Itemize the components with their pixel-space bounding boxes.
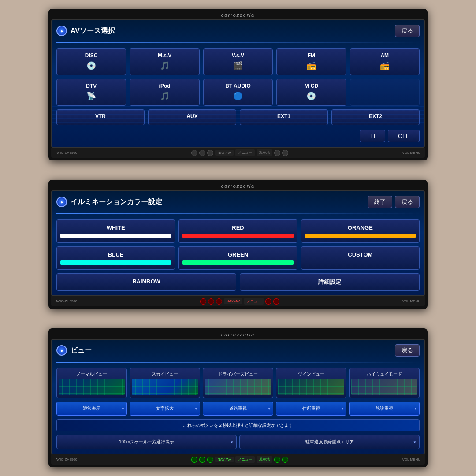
screen-2: ● イルミネーションカラー設定 終了 戻る WHITE RED ORANGE [51, 190, 425, 296]
color-btn-white[interactable]: WHITE [56, 219, 175, 243]
swatch-white [60, 234, 171, 238]
color-btn-orange[interactable]: ORANGE [301, 219, 420, 243]
ctrl-right-2[interactable] [216, 298, 222, 305]
title-underline-3 [56, 362, 420, 363]
color-btn-green[interactable]: GREEN [178, 246, 297, 270]
ctrl-home[interactable] [191, 150, 197, 156]
vol-label-2: VOL MENU [402, 299, 421, 303]
control-bar-2: AVIC-ZH9900 NAVI/AV メニュー VOL MENU [51, 296, 425, 306]
screen1-title: AVソース選択 [71, 26, 115, 36]
view-btn-driver[interactable]: ドライバーズビュー [203, 368, 273, 398]
av-btn-mcd[interactable]: M-CD 💿 [276, 79, 346, 106]
screen2-end-button[interactable]: 終了 [368, 196, 392, 208]
ctrl-left-3[interactable] [199, 457, 205, 463]
thumb-highway [351, 379, 417, 395]
vol-label-1: VOL MENU [402, 151, 421, 155]
swatch-orange [305, 234, 416, 238]
swatch-red [182, 234, 293, 238]
mode-btn-road[interactable]: 道路重視 [203, 402, 273, 416]
ctrl-plus-2[interactable] [273, 298, 279, 305]
mode-btn-address[interactable]: 住所重視 [276, 402, 346, 416]
color-btn-red[interactable]: RED [178, 219, 297, 243]
ctrl-menu-label[interactable]: メニュー [235, 149, 255, 156]
ctrl-menu-label-2[interactable]: メニュー [244, 298, 264, 305]
screen3-back-button[interactable]: 戻る [395, 344, 420, 357]
av-btn-dtv[interactable]: DTV 📡 [56, 79, 126, 106]
title-icon-2: ● [56, 197, 67, 207]
av-btn-vtr[interactable]: VTR [56, 109, 145, 125]
color-btn-blue[interactable]: BLUE [56, 246, 175, 270]
rainbow-row: RAINBOW 詳細設定 [56, 273, 420, 291]
screen1-header-buttons: 戻る [395, 25, 420, 37]
screen2-title: イルミネーションカラー設定 [71, 197, 162, 207]
ctrl-location-label-3[interactable]: 現在地 [257, 456, 272, 463]
av-btn-msv[interactable]: M.s.V 🎵 [130, 48, 199, 75]
av-row-2: DTV 📡 iPod 🎵 BT AUDIO 🔵 M-CD 💿 [56, 79, 420, 106]
title-icon-3: ● [56, 345, 67, 356]
ctrl-plus[interactable] [282, 150, 288, 156]
thumb-twin [278, 379, 344, 395]
ctrl-right-3[interactable] [207, 457, 213, 463]
ctrl-minus-3[interactable] [274, 457, 280, 463]
ctrl-nav-label[interactable]: NAVI/AV [215, 150, 234, 156]
bottom-btn-100m[interactable]: 100mスケール一方通行表示 [56, 435, 237, 449]
color-btn-custom[interactable]: CUSTOM [301, 246, 420, 270]
mode-btn-text[interactable]: 文字拡大 [130, 402, 200, 416]
device-1: carrozzeria ● AVソース選択 戻る DISC 💿 M.s.V 🎵 [48, 9, 428, 160]
av-btn-aux[interactable]: AUX [148, 109, 236, 125]
av-btn-vsv[interactable]: V.s.V 🎬 [203, 48, 273, 75]
bottom-wide-btns: 100mスケール一方通行表示 駐車違反取締重点エリア [56, 435, 420, 449]
swatch-custom [305, 260, 416, 265]
ctrl-nav-label-2[interactable]: NAVI/AV [224, 298, 242, 304]
device-3: carrozzeria ● ビュー 戻る ノーマルビュー スカイビュー [48, 328, 428, 467]
screen2-header: ● イルミネーションカラー設定 終了 戻る [56, 196, 420, 208]
mode-btn-facility[interactable]: 施設重視 [349, 402, 420, 416]
av-btn-bt-audio[interactable]: BT AUDIO 🔵 [203, 79, 273, 106]
brand-label-3: carrozzeria [51, 331, 425, 339]
ctrl-menu-label-3[interactable]: メニュー [235, 456, 255, 463]
ctrl-right[interactable] [207, 150, 213, 156]
model-label-3: AVIC-ZH9900 [56, 457, 77, 461]
ctrl-plus-3[interactable] [282, 457, 288, 463]
screen3-header-buttons: 戻る [395, 344, 420, 357]
mode-btn-grid: 通常表示 文字拡大 道路重視 住所重視 施設重視 [56, 402, 420, 416]
ti-button[interactable]: TI [360, 130, 385, 142]
screen1-back-button[interactable]: 戻る [395, 25, 420, 37]
av-row-3: VTR AUX EXT1 EXT2 [56, 109, 420, 125]
bottom-btn-parking[interactable]: 駐車違反取締重点エリア [239, 435, 420, 449]
mode-btn-normal[interactable]: 通常表示 [56, 402, 127, 416]
view-btn-sky[interactable]: スカイビュー [130, 368, 200, 398]
title-underline-2 [56, 213, 420, 214]
screen2-title-area: ● イルミネーションカラー設定 [56, 197, 368, 207]
av-btn-ext1[interactable]: EXT1 [240, 109, 328, 125]
ctrl-home-2[interactable] [200, 298, 206, 305]
av-btn-ext2[interactable]: EXT2 [331, 109, 420, 125]
screen2-back-button[interactable]: 戻る [395, 196, 420, 208]
brand-label-1: carrozzeria [51, 11, 425, 19]
ctrl-left-2[interactable] [208, 298, 214, 305]
color-btn-grid: WHITE RED ORANGE BLUE GREEN CUSTOM [56, 219, 420, 270]
av-btn-disc[interactable]: DISC 💿 [56, 48, 126, 75]
ctrl-btns-1: NAVI/AV メニュー 現在地 [191, 149, 288, 156]
view-btn-highway[interactable]: ハイウェイモード [349, 368, 420, 398]
ctrl-nav-label-3[interactable]: NAVI/AV [215, 457, 234, 462]
vol-label-3: VOL MENU [402, 457, 421, 461]
detail-button[interactable]: 詳細設定 [240, 273, 420, 291]
ctrl-minus[interactable] [274, 150, 280, 156]
thumb-sky [132, 379, 198, 395]
control-bar-3: AVIC-ZH9900 NAVI/AV メニュー 現在地 VOL MENU [51, 454, 425, 465]
ctrl-left[interactable] [199, 150, 205, 156]
model-label-2: AVIC-ZH9900 [56, 299, 77, 303]
swatch-blue [60, 260, 171, 265]
ctrl-location-label[interactable]: 現在地 [257, 149, 272, 156]
view-btn-twin[interactable]: ツインビュー [276, 368, 346, 398]
av-btn-am[interactable]: AM 📻 [350, 48, 420, 75]
rainbow-button[interactable]: RAINBOW [56, 273, 236, 291]
ctrl-minus-2[interactable] [265, 298, 271, 305]
off-button[interactable]: OFF [388, 130, 420, 142]
av-btn-ipod[interactable]: iPod 🎵 [130, 79, 199, 106]
screen-3: ● ビュー 戻る ノーマルビュー スカイビュー ド [51, 339, 425, 454]
view-btn-normal[interactable]: ノーマルビュー [56, 368, 127, 398]
ctrl-home-3[interactable] [191, 457, 197, 463]
av-btn-fm[interactable]: FM 📻 [276, 48, 346, 75]
